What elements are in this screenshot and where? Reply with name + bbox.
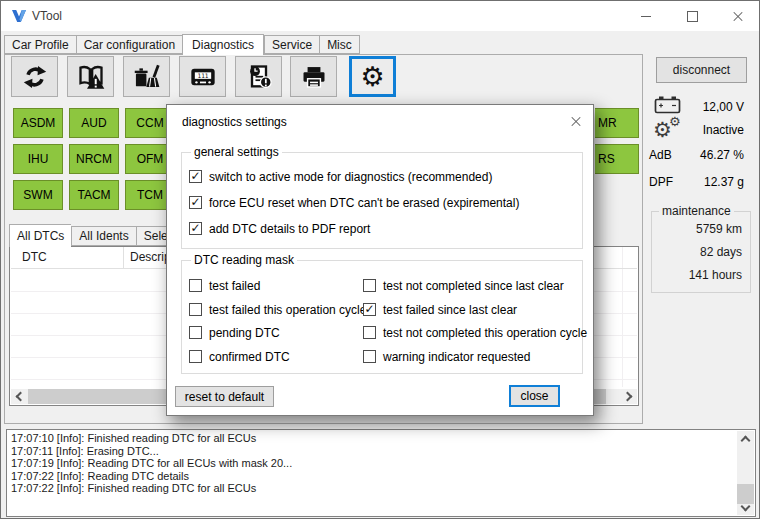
close-label: close — [520, 389, 548, 403]
log-line: 17:07:10 [Info]: Finished reading DTC fo… — [11, 432, 733, 445]
diagnostics-settings-button[interactable]: ⚙ — [349, 56, 396, 97]
checkbox-label[interactable]: test failed since last clear — [383, 303, 517, 317]
maintenance-km: 5759 km — [696, 222, 742, 236]
checkbox-force-ecu-reset[interactable] — [189, 196, 202, 209]
log-output[interactable]: 17:07:10 [Info]: Finished reading DTC fo… — [6, 429, 756, 517]
checkbox-label[interactable]: test not completed since last clear — [383, 279, 564, 293]
maximize-button[interactable] — [669, 1, 715, 31]
reset-to-default-button[interactable]: reset to default — [175, 386, 274, 407]
log-line: 17:07:22 [Info]: Finished reading DTC fo… — [11, 482, 733, 495]
report-status-icon — [245, 63, 273, 91]
maintenance-title: maintenance — [659, 204, 734, 218]
checkbox-label[interactable]: test not completed this operation cycle — [383, 326, 587, 340]
battery-voltage-value: 12,00 V — [703, 100, 744, 114]
app-window: VTool Car Profile Car configuration Diag… — [0, 0, 760, 519]
checkbox-label[interactable]: warning indicator requested — [383, 350, 530, 364]
erase-dtc-button[interactable] — [123, 56, 170, 97]
scroll-left-button[interactable] — [11, 389, 28, 404]
disconnect-label: disconnect — [673, 63, 730, 77]
minimize-button[interactable] — [623, 1, 669, 31]
erase-dtc-icon — [133, 63, 161, 91]
dpf-label: DPF — [649, 175, 673, 189]
adb-label: AdB — [649, 148, 672, 162]
disconnect-button[interactable]: disconnect — [656, 57, 747, 83]
checkbox-pending-dtc[interactable] — [189, 326, 202, 339]
log-vertical-scrollbar[interactable] — [737, 431, 754, 515]
active-status-value: Inactive — [703, 123, 744, 137]
ecu-button-rs-partial[interactable]: RS — [595, 144, 639, 174]
checkbox-label[interactable]: test failed this operation cycle — [209, 303, 366, 317]
ecu-button-mr-partial[interactable]: MR — [595, 108, 639, 138]
ecu-button-ihu[interactable]: IHU — [13, 144, 63, 174]
dialog-title: diagnostics settings — [182, 115, 287, 129]
checkbox-failed-since-last-clear[interactable] — [363, 303, 376, 316]
gear-icon: ⚙ — [360, 63, 384, 90]
window-title: VTool — [32, 9, 62, 23]
column-divider[interactable] — [123, 247, 124, 268]
adb-value: 46.27 % — [700, 148, 744, 162]
read-dtc-button[interactable] — [11, 56, 58, 97]
checkbox-confirmed-dtc[interactable] — [189, 350, 202, 363]
tab-misc[interactable]: Misc — [319, 35, 360, 54]
gears-status-small-icon: ⚙ — [669, 114, 681, 129]
minimize-icon — [641, 16, 651, 17]
print-icon — [300, 63, 328, 91]
maintenance-days: 82 days — [700, 245, 742, 259]
tab-all-dtcs[interactable]: All DTCs — [9, 224, 71, 247]
ecu-button-aud[interactable]: AUD — [69, 108, 119, 138]
chevron-right-icon — [623, 392, 633, 402]
checkbox-label[interactable]: force ECU reset when DTC can't be erased… — [209, 196, 519, 210]
checkbox-active-mode[interactable] — [189, 170, 202, 183]
report-status-button[interactable] — [235, 56, 282, 97]
log-line: 17:07:11 [Info]: Erasing DTC... — [11, 445, 733, 458]
diagnostics-settings-dialog: diagnostics settings general settings sw… — [166, 104, 594, 416]
dtc-details-button[interactable] — [67, 56, 114, 97]
checkbox-label[interactable]: confirmed DTC — [209, 350, 290, 364]
checkbox-warning-indicator[interactable] — [363, 350, 376, 363]
scroll-right-button[interactable] — [620, 389, 637, 404]
dtc-reading-mask-title: DTC reading mask — [191, 253, 297, 267]
log-line: 17:07:19 [Info]: Reading DTC for all ECU… — [11, 457, 733, 470]
chevron-up-icon — [741, 435, 751, 445]
close-icon — [570, 115, 582, 127]
checkbox-label[interactable]: test failed — [209, 279, 260, 293]
column-header-dtc[interactable]: DTC — [22, 247, 47, 268]
main-tab-strip: Car Profile Car configuration Diagnostic… — [4, 33, 360, 54]
app-logo-icon — [11, 8, 27, 27]
checkbox-not-completed-last-clear[interactable] — [363, 279, 376, 292]
scroll-down-button[interactable] — [737, 500, 754, 515]
svg-text:111: 111 — [197, 71, 208, 78]
close-window-button[interactable] — [715, 1, 760, 31]
checkbox-label[interactable]: pending DTC — [209, 326, 280, 340]
instrument-cluster-button[interactable]: 111 — [179, 56, 226, 97]
tab-car-profile[interactable]: Car Profile — [4, 35, 76, 54]
print-report-button[interactable] — [290, 56, 337, 97]
instrument-cluster-icon: 111 — [189, 63, 217, 91]
checkbox-label[interactable]: switch to active mode for diagnostics (r… — [209, 170, 492, 184]
ecu-button-nrcm[interactable]: NRCM — [69, 144, 119, 174]
ecu-button-swm[interactable]: SWM — [13, 180, 63, 210]
scroll-up-button[interactable] — [737, 431, 754, 446]
refresh-icon — [21, 63, 49, 91]
checkbox-test-failed-op-cycle[interactable] — [189, 303, 202, 316]
checkbox-label[interactable]: add DTC details to PDF report — [209, 222, 370, 236]
ecu-button-asdm[interactable]: ASDM — [13, 108, 63, 138]
checkbox-not-completed-op-cycle[interactable] — [363, 326, 376, 339]
dtc-tab-strip: All DTCs All Idents Selecte — [9, 223, 192, 246]
maintenance-hours: 141 hours — [689, 268, 742, 282]
close-icon — [732, 10, 744, 22]
log-line: 17:07:22 [Info]: Reading DTC details — [11, 470, 733, 483]
tab-diagnostics[interactable]: Diagnostics — [182, 34, 264, 55]
log-lines: 17:07:10 [Info]: Finished reading DTC fo… — [11, 432, 733, 495]
dialog-close-action-button[interactable]: close — [509, 385, 560, 407]
tab-service[interactable]: Service — [264, 35, 319, 54]
chevron-down-icon — [741, 501, 751, 511]
ecu-button-tacm[interactable]: TACM — [69, 180, 119, 210]
dialog-close-button[interactable] — [566, 111, 586, 131]
tab-all-idents[interactable]: All Idents — [71, 226, 135, 246]
title-bar[interactable]: VTool — [1, 1, 759, 31]
checkbox-test-failed[interactable] — [189, 279, 202, 292]
tab-car-configuration[interactable]: Car configuration — [76, 35, 182, 54]
checkbox-pdf-details[interactable] — [189, 222, 202, 235]
column-header-description[interactable]: Descrip — [130, 247, 171, 268]
